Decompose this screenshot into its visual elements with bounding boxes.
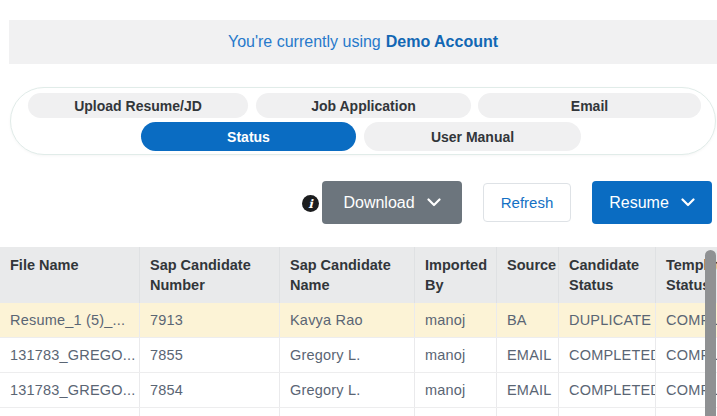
cell-imported-by: manoj: [415, 338, 497, 372]
banner-text: You're currently using: [228, 33, 381, 51]
download-button[interactable]: Download: [322, 181, 462, 224]
cell-sap-candidate-name: Gregory L.: [280, 338, 415, 372]
cell-imported-by: manoj: [415, 373, 497, 407]
resume-button[interactable]: Resume: [592, 181, 712, 224]
cell-source: BA: [497, 303, 559, 337]
banner-account-name: Demo Account: [386, 33, 498, 51]
chevron-down-icon: [427, 198, 441, 207]
tab-navigation: Upload Resume/JD Job Application Email S…: [10, 87, 716, 155]
cell-candidate-status: COMPLETED: [559, 338, 656, 372]
table-row[interactable]: 131783_GREGO... 7854 Gregory L. manoj EM…: [0, 373, 717, 408]
cell-sap-candidate-name: [280, 408, 415, 416]
cell-candidate-status: [559, 408, 656, 416]
tab-label: Job Application: [311, 98, 415, 114]
cell-imported-by: manoj: [415, 303, 497, 337]
tab-email[interactable]: Email: [478, 93, 701, 118]
chevron-down-icon: [681, 198, 695, 207]
resume-button-label: Resume: [609, 194, 669, 212]
column-header-candidate-status: Candidate Status: [559, 247, 656, 303]
column-header-sap-candidate-name: Sap Candidate Name: [280, 247, 415, 303]
tab-user-manual[interactable]: User Manual: [364, 122, 581, 151]
cell-file-name: [0, 408, 140, 416]
refresh-button-label: Refresh: [501, 194, 554, 211]
cell-source: EMAIL: [497, 373, 559, 407]
info-icon[interactable]: i: [302, 195, 319, 212]
cell-sap-candidate-name: Kavya Rao: [280, 303, 415, 337]
tab-label: Upload Resume/JD: [74, 98, 202, 114]
demo-account-banner: You're currently using Demo Account: [9, 20, 717, 64]
cell-source: EMAIL: [497, 338, 559, 372]
column-header-source: Source: [497, 247, 559, 303]
column-header-imported-by: Imported By: [415, 247, 497, 303]
tab-upload-resume-jd[interactable]: Upload Resume/JD: [28, 93, 248, 118]
cell-candidate-status: DUPLICATE: [559, 303, 656, 337]
column-header-sap-candidate-number: Sap Candidate Number: [140, 247, 280, 303]
table-row[interactable]: 131783_GREGO... 7855 Gregory L. manoj EM…: [0, 338, 717, 373]
cell-imported-by: [415, 408, 497, 416]
cell-candidate-status: COMPLETED: [559, 373, 656, 407]
cell-file-name: 131783_GREGO...: [0, 373, 140, 407]
cell-sap-candidate-number: [140, 408, 280, 416]
cell-sap-candidate-number: 7855: [140, 338, 280, 372]
tab-label: Status: [227, 129, 270, 145]
cell-file-name: Resume_1 (5)_...: [0, 303, 140, 337]
download-button-label: Download: [343, 194, 414, 212]
table-row[interactable]: Resume_1 (5)_... 7913 Kavya Rao manoj BA…: [0, 303, 717, 338]
cell-source: [497, 408, 559, 416]
column-header-file-name: File Name: [0, 247, 140, 303]
tab-status[interactable]: Status: [141, 122, 356, 151]
cell-file-name: 131783_GREGO...: [0, 338, 140, 372]
table-header-row: File Name Sap Candidate Number Sap Candi…: [0, 247, 717, 303]
tab-job-application[interactable]: Job Application: [256, 93, 471, 118]
tab-label: User Manual: [431, 129, 514, 145]
refresh-button[interactable]: Refresh: [483, 183, 571, 222]
table-row[interactable]: [0, 408, 717, 416]
table-scrollbar[interactable]: [705, 250, 716, 416]
cell-sap-candidate-number: 7913: [140, 303, 280, 337]
cell-sap-candidate-number: 7854: [140, 373, 280, 407]
status-table: File Name Sap Candidate Number Sap Candi…: [0, 247, 717, 416]
tab-label: Email: [571, 98, 608, 114]
cell-sap-candidate-name: Gregory L.: [280, 373, 415, 407]
